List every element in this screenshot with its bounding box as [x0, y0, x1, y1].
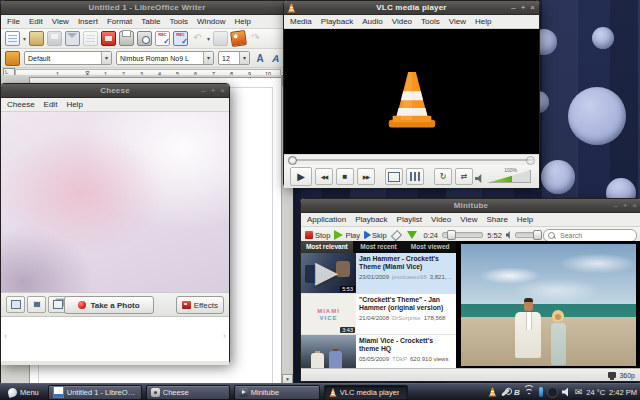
vlc-menu-video[interactable]: Video — [392, 17, 412, 26]
writer-titlebar[interactable]: Untitled 1 - LibreOffice Writer — [1, 1, 293, 15]
photo-mode-button[interactable] — [6, 296, 25, 313]
minitube-video-area[interactable] — [456, 241, 640, 369]
close-icon[interactable]: × — [632, 199, 637, 212]
clock[interactable]: 2:42 PM — [609, 388, 637, 397]
volume-slider[interactable] — [515, 232, 539, 238]
cheese-titlebar[interactable]: Cheese – + × — [1, 84, 229, 98]
minitube-titlebar[interactable]: Minitube – + × — [301, 199, 640, 213]
shuffle-button[interactable]: ⇄ — [455, 168, 473, 185]
playlist-item[interactable]: ▶ 5:53 Jan Hammer - Crockett's Theme (Mi… — [301, 253, 456, 294]
writer-menu-edit[interactable]: Edit — [29, 17, 43, 26]
strip-left-icon[interactable]: ‹ — [4, 331, 7, 341]
task-vlc[interactable]: VLC media player — [324, 385, 408, 400]
writer-menu-table[interactable]: Table — [141, 17, 160, 26]
track-changes-icon[interactable]: REC✓ — [155, 31, 170, 46]
temperature[interactable]: 24 °C — [586, 388, 605, 397]
undo-dropdown-icon[interactable]: ▾ — [207, 35, 210, 42]
minitube-menu-share[interactable]: Share — [486, 215, 507, 224]
download-icon[interactable] — [407, 231, 417, 239]
volume-handle[interactable] — [533, 230, 542, 240]
play-button[interactable]: Play — [334, 230, 360, 240]
print-preview-icon[interactable] — [137, 31, 152, 46]
writer-menu-tools[interactable]: Tools — [169, 17, 188, 26]
email-icon[interactable] — [65, 31, 80, 46]
take-photo-button[interactable]: Take a Photo — [64, 296, 154, 314]
strip-right-icon[interactable]: › — [223, 331, 226, 341]
search-input[interactable] — [558, 231, 632, 240]
vlc-volume[interactable]: 100% — [475, 169, 531, 185]
writer-menu-window[interactable]: Window — [197, 17, 225, 26]
volume-tray-icon[interactable] — [562, 388, 571, 397]
tab-most-recent[interactable]: Most recent — [353, 241, 405, 253]
minitube-menu-help[interactable]: Help — [517, 215, 533, 224]
cheese-menu-cheese[interactable]: Cheese — [7, 100, 35, 109]
font-size-select[interactable]: 12▾ — [218, 51, 250, 65]
playlist-item[interactable]: MIAMI VICE 3:43 "Crockett's Theme" - Jan… — [301, 294, 456, 335]
seek-handle[interactable] — [447, 230, 456, 240]
minitube-menu-view[interactable]: View — [460, 215, 477, 224]
close-icon[interactable]: × — [530, 1, 535, 14]
bluetooth-icon[interactable]: B — [514, 388, 520, 397]
maximize-icon[interactable]: + — [211, 84, 216, 97]
stop-button[interactable]: ■ — [336, 168, 354, 185]
play-button[interactable]: ▶ — [290, 167, 312, 186]
loop-button[interactable]: ↻ — [434, 168, 452, 185]
italic-icon[interactable]: A — [269, 53, 284, 64]
minitube-menu-playback[interactable]: Playback — [355, 215, 387, 224]
cheese-menu-edit[interactable]: Edit — [44, 100, 58, 109]
font-name-select[interactable]: Nimbus Roman No9 L▾ — [116, 51, 214, 65]
vlc-menu-audio[interactable]: Audio — [362, 17, 382, 26]
styles-icon[interactable] — [5, 51, 20, 66]
minimize-icon[interactable]: – — [613, 199, 617, 212]
vlc-video-area[interactable] — [284, 29, 539, 154]
wifi-icon[interactable] — [524, 388, 535, 397]
vlc-menu-view[interactable]: View — [449, 17, 466, 26]
settings-tray-icon[interactable] — [547, 387, 558, 398]
minimize-icon[interactable]: – — [511, 1, 515, 14]
maximize-icon[interactable]: + — [521, 1, 526, 14]
minimize-icon[interactable]: – — [201, 84, 205, 97]
task-cheese[interactable]: Cheese — [146, 385, 230, 400]
minitube-menu-video[interactable]: Video — [431, 215, 451, 224]
cheese-menu-help[interactable]: Help — [66, 100, 82, 109]
task-writer[interactable]: Untitled 1 - LibreOffice ... — [48, 385, 142, 400]
indicator-icon[interactable] — [539, 387, 543, 397]
tool-tray-icon[interactable] — [501, 388, 510, 396]
paragraph-style-select[interactable]: Default▾ — [24, 51, 112, 65]
seek-handle[interactable] — [288, 156, 297, 165]
skip-button[interactable]: Skip — [364, 231, 387, 240]
new-document-icon[interactable] — [5, 31, 20, 46]
minitube-menu-playlist[interactable]: Playlist — [397, 215, 422, 224]
maximize-icon[interactable]: + — [623, 199, 628, 212]
fullscreen-icon[interactable] — [390, 229, 401, 240]
close-icon[interactable]: × — [220, 84, 225, 97]
export-pdf-icon[interactable] — [101, 31, 116, 46]
writer-menu-file[interactable]: File — [7, 17, 20, 26]
open-icon[interactable] — [29, 31, 44, 46]
vlc-menu-media[interactable]: Media — [290, 17, 312, 26]
new-dropdown-icon[interactable]: ▾ — [23, 35, 26, 42]
previous-button[interactable]: ◀◀ — [315, 168, 333, 185]
menu-button[interactable]: Menu — [3, 386, 44, 399]
writer-menu-view[interactable]: View — [52, 17, 69, 26]
next-button[interactable]: ▶▶ — [357, 168, 375, 185]
vlc-titlebar[interactable]: VLC media player – + × — [284, 1, 539, 15]
gallery-icon[interactable] — [230, 30, 247, 47]
vlc-seek-bar[interactable] — [284, 154, 539, 165]
fullscreen-button[interactable] — [385, 168, 403, 185]
seek-slider[interactable] — [442, 232, 483, 238]
volume-icon[interactable] — [506, 231, 511, 239]
effects-button[interactable]: Effects — [176, 296, 224, 314]
navigator-icon[interactable] — [213, 31, 228, 46]
edit-file-icon[interactable] — [83, 31, 98, 46]
stop-button[interactable]: Stop — [305, 231, 330, 240]
vlc-menu-playback[interactable]: Playback — [321, 17, 353, 26]
vlc-tray-icon[interactable] — [488, 387, 497, 397]
video-mode-button[interactable] — [27, 296, 46, 313]
tab-most-viewed[interactable]: Most viewed — [404, 241, 456, 253]
equalizer-button[interactable] — [406, 168, 424, 185]
task-minitube[interactable]: Minitube — [234, 385, 320, 400]
photo-strip[interactable]: ‹ › — [1, 316, 229, 361]
quality-label[interactable]: 360p — [619, 372, 635, 379]
show-changes-icon[interactable]: REC✓ — [173, 31, 188, 46]
